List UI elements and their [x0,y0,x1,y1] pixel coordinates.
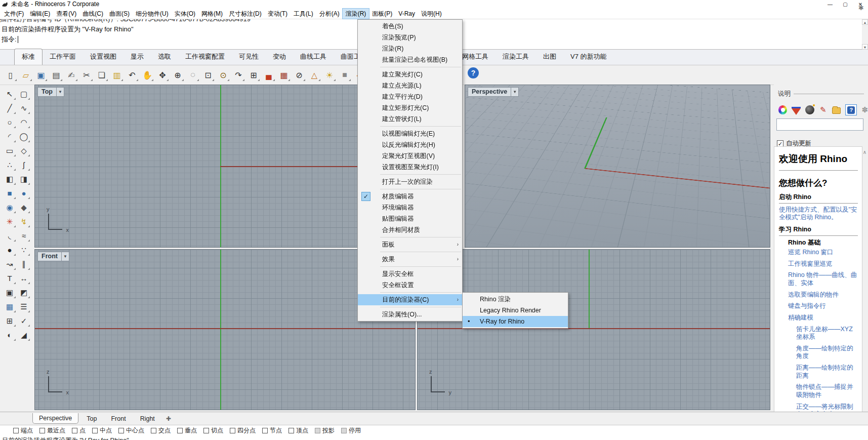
menu-bar-item[interactable]: 尺寸标注(D) [226,9,265,19]
tool-icon[interactable]: ʃ [17,158,30,172]
viewport-title-perspective[interactable]: Perspective ▼ [468,87,519,97]
menu-item[interactable] [380,252,461,252]
menu-item[interactable]: 建立聚光灯(C) [358,69,462,80]
menu-item[interactable]: 环境编辑器 [358,202,462,213]
menu-item[interactable]: 建立管状灯(L) [358,113,462,125]
tool-icon[interactable]: ⊞ [3,314,16,328]
viewport-tab[interactable]: Front [105,414,132,424]
menu-item[interactable]: 安全框设置 [358,279,462,291]
menu-item[interactable] [380,237,461,237]
welcome-text[interactable]: 物件锁点——捕捉并吸附物件 [796,383,858,399]
add-viewport-icon[interactable]: ✚ [166,415,171,422]
toolbar-tab[interactable]: 设置视图 [83,49,123,65]
toolbar-tab[interactable]: 变动 [266,49,293,65]
checkbox-unchecked[interactable] [72,428,77,433]
toolbar-icon[interactable]: ▥ [110,68,123,82]
osnap-option[interactable]: 中心点 [118,426,144,435]
menu-item[interactable] [380,126,461,127]
checkbox-unchecked[interactable] [177,428,183,433]
osnap-option[interactable]: 投影 [315,426,335,435]
menu-item[interactable]: 渲染预览(P) [358,32,462,43]
menu-item[interactable] [380,266,461,267]
toolbar-tab[interactable]: 工作视窗配置 [178,49,232,65]
material-icon[interactable] [792,107,801,116]
toolbar-icon[interactable]: ✋ [141,68,154,82]
tool-icon[interactable]: ◉ [3,201,16,214]
toolbar-icon[interactable]: ▯ [4,68,17,82]
submenu-item[interactable]: Legacy Rhino Render [463,305,568,316]
checkbox-unchecked[interactable] [288,428,294,433]
tool-icon[interactable]: ○ [3,115,16,129]
menu-bar-item[interactable]: 文件(F) [1,9,27,19]
tool-icon[interactable]: ◆ [17,201,30,214]
menu-bar-item[interactable]: 曲面(S) [106,9,133,19]
chevron-down-icon[interactable]: ▼ [511,87,519,97]
menu-item[interactable] [380,174,461,175]
viewport-tab[interactable]: Top [80,414,103,424]
viewport-title-top[interactable]: Top ▼ [37,87,64,97]
toolbar-icon[interactable]: ▦ [277,68,291,82]
menu-item[interactable]: 显示安全框 [358,268,462,279]
tool-icon[interactable]: ■ [3,186,16,200]
tool-icon[interactable]: ↖ [3,87,16,101]
menu-item[interactable]: 批量渲染已命名视图(B) [358,54,462,65]
menu-item[interactable]: 贴图编辑器 [358,213,462,224]
toolbar-icon[interactable]: ⊞ [247,68,260,82]
toolbar-icon[interactable]: ▱ [19,68,32,82]
menu-bar-item[interactable]: 实体(O) [172,9,198,19]
panel-scrollbar[interactable]: ∧ ∨ [862,146,867,421]
menu-item[interactable]: 目前的渲染器(C) › [358,294,462,305]
tool-icon[interactable]: ╱ [3,101,16,115]
welcome-text[interactable]: 工作视窗里巡览 [788,260,858,268]
menu-item[interactable] [380,292,461,293]
menu-item[interactable]: 设置视图至聚光灯(I) [358,162,462,173]
tool-icon[interactable]: ◨ [17,172,30,186]
toolbar-icon[interactable]: ■ [338,68,351,82]
command-scrollbar[interactable]: ▲ ▼ [862,19,868,50]
tool-icon[interactable]: ◠ [17,115,30,129]
toolbar-tab[interactable]: 选取 [151,49,178,65]
osnap-option[interactable]: 点 [72,426,86,435]
tool-icon[interactable]: ◢ [17,328,30,342]
checkbox-unchecked[interactable] [262,428,268,433]
submenu-item[interactable]: Rhino 渲染 [463,294,568,305]
tool-icon[interactable]: ↝ [3,257,16,271]
menu-item[interactable]: 面板 › [358,239,462,250]
menu-item[interactable] [380,307,461,307]
tool-icon[interactable]: ∴ [3,158,16,172]
menu-bar-item[interactable]: 说明(H) [418,9,445,19]
menu-item[interactable]: 合并相同材质 [358,224,462,235]
scroll-down-icon[interactable]: ▼ [862,44,868,50]
welcome-text[interactable]: 键盘与指令行 [788,302,858,310]
menu-bar-item[interactable]: 细分物件(U) [133,9,172,19]
pencil-icon[interactable]: ✎ [819,105,828,114]
welcome-text[interactable]: 欢迎使用 Rhino [779,153,858,171]
gear-icon[interactable]: ✽ [861,105,868,114]
menu-bar-item[interactable]: 面板(P) [369,9,395,19]
welcome-text[interactable]: 角度——绘制特定的角度 [796,345,858,361]
maximize-button[interactable]: ▢ [838,0,853,9]
osnap-option[interactable]: 最近点 [39,426,65,435]
menu-bar-item[interactable]: 曲线(C) [79,9,106,19]
tool-icon[interactable]: ▢ [17,87,30,101]
welcome-text[interactable]: 选取要编辑的物件 [788,291,858,299]
menu-bar-item[interactable]: 网格(M) [198,9,226,19]
viewport-perspective[interactable]: Perspective ▼ [465,85,770,248]
tool-icon[interactable]: ≈ [17,229,30,243]
tool-icon[interactable]: ◜ [3,130,16,143]
menu-item[interactable]: 效果 › [358,254,462,265]
tool-icon[interactable]: ▦ [3,300,16,313]
tool-icon[interactable]: ✓ [17,314,30,328]
tool-icon[interactable]: ∵ [17,243,30,257]
menu-bar-item[interactable]: 分析(A) [316,9,343,19]
osnap-option[interactable]: 停用 [341,426,361,435]
tool-icon[interactable]: T [3,271,16,285]
chevron-down-icon[interactable]: ▼ [57,87,64,97]
toolbar-tab[interactable]: 渲染工具 [495,49,536,65]
tool-icon[interactable]: ◟ [3,229,16,243]
menu-item[interactable]: 建立点光源(L) [358,80,462,91]
help-icon[interactable]: ? [468,67,479,78]
minimize-button[interactable]: — [822,0,838,9]
toolbar-tab[interactable]: 标准 [14,49,43,65]
toolbar-icon[interactable]: ↶ [126,68,139,82]
